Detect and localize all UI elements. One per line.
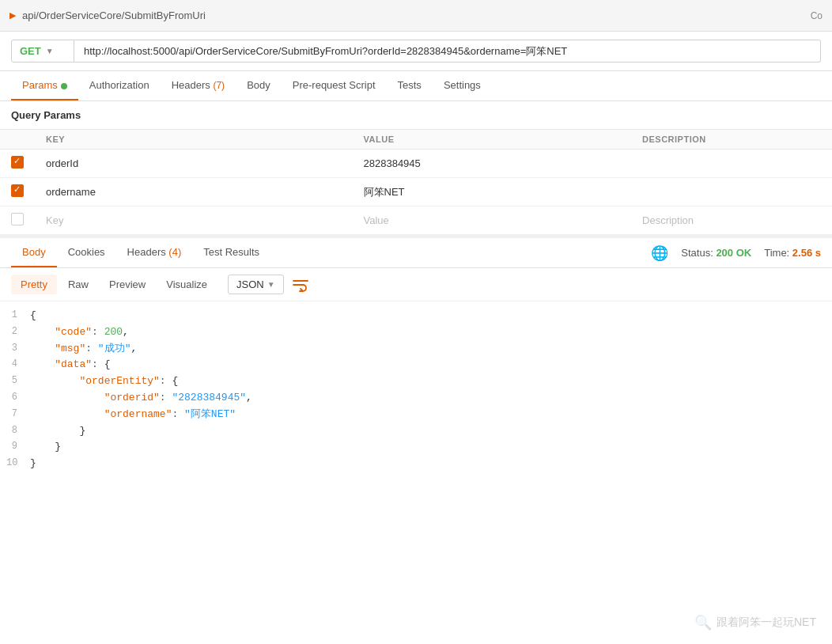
endpoint-label: ▶ api/OrderServiceCore/SubmitByFromUri bbox=[9, 9, 206, 21]
row2-key[interactable]: ordername bbox=[35, 178, 353, 206]
watermark-text: 跟着阿笨一起玩NET bbox=[717, 616, 816, 630]
json-line: 1 { bbox=[0, 308, 832, 324]
row2-checkbox-cell bbox=[0, 178, 35, 206]
query-params-title: Query Params bbox=[0, 101, 832, 129]
row2-value[interactable]: 阿笨NET bbox=[353, 178, 632, 206]
status-label: Status: 200 OK bbox=[681, 247, 751, 259]
json-line: 3 "msg": "成功", bbox=[0, 341, 832, 358]
format-chevron-icon: ▼ bbox=[267, 280, 275, 289]
row2-checkbox[interactable] bbox=[11, 184, 24, 197]
fmt-tab-preview[interactable]: Preview bbox=[100, 275, 155, 294]
table-row: orderId 2828384945 bbox=[0, 150, 832, 178]
format-tabs: Pretty Raw Preview Visualize JSON ▼ bbox=[0, 268, 832, 301]
time-label: Time: 2.56 s bbox=[764, 247, 821, 259]
response-tab-test-results[interactable]: Test Results bbox=[192, 238, 270, 267]
row3-desc-placeholder[interactable]: Description bbox=[631, 206, 832, 235]
row3-checkbox[interactable] bbox=[11, 213, 24, 225]
col-header-value: VALUE bbox=[353, 130, 632, 150]
fmt-tab-visualize[interactable]: Visualize bbox=[157, 275, 217, 294]
tab-pre-request[interactable]: Pre-request Script bbox=[282, 71, 387, 100]
tab-tests[interactable]: Tests bbox=[387, 71, 433, 100]
response-tab-cookies[interactable]: Cookies bbox=[57, 238, 116, 267]
response-tab-body[interactable]: Body bbox=[11, 238, 57, 267]
tab-headers[interactable]: Headers (7) bbox=[161, 71, 236, 100]
row3-key-placeholder[interactable]: Key bbox=[35, 206, 353, 235]
format-select-value: JSON bbox=[236, 278, 264, 290]
row3-value-placeholder[interactable]: Value bbox=[353, 206, 632, 235]
json-line: 2 "code": 200, bbox=[0, 324, 832, 341]
response-tabs-row: Body Cookies Headers (4) Test Results 🌐 … bbox=[0, 238, 832, 268]
collapse-arrow[interactable]: ▶ bbox=[9, 10, 16, 21]
endpoint-path: api/OrderServiceCore/SubmitByFromUri bbox=[22, 9, 206, 21]
col-header-description: DESCRIPTION bbox=[631, 130, 832, 150]
tab-authorization[interactable]: Authorization bbox=[78, 71, 161, 100]
response-status: 🌐 Status: 200 OK Time: 2.56 s bbox=[651, 244, 821, 262]
json-line: 5 "orderEntity": { bbox=[0, 373, 832, 390]
json-line: 4 "data": { bbox=[0, 357, 832, 373]
tab-params[interactable]: Params bbox=[11, 71, 78, 100]
time-value: 2.56 s bbox=[792, 247, 821, 259]
json-viewer: 1 { 2 "code": 200, 3 "msg": "成功", 4 "dat… bbox=[0, 301, 832, 479]
response-area: Body Cookies Headers (4) Test Results 🌐 … bbox=[0, 235, 832, 479]
row1-value[interactable]: 2828384945 bbox=[353, 150, 632, 178]
watermark-icon: 🔍 bbox=[694, 614, 712, 631]
row1-description[interactable] bbox=[631, 150, 832, 178]
json-line: 7 "ordername": "阿笨NET" bbox=[0, 407, 832, 423]
row1-key[interactable]: orderId bbox=[35, 150, 353, 178]
row1-checkbox[interactable] bbox=[11, 156, 24, 169]
tab-settings[interactable]: Settings bbox=[433, 71, 492, 100]
params-badge bbox=[61, 83, 67, 89]
wrap-icon[interactable] bbox=[292, 278, 309, 292]
watermark: 🔍 跟着阿笨一起玩NET bbox=[694, 614, 816, 631]
method-label: GET bbox=[20, 45, 41, 57]
method-select[interactable]: GET ▼ bbox=[11, 40, 74, 63]
status-value: 200 OK bbox=[716, 247, 751, 259]
format-select[interactable]: JSON ▼ bbox=[228, 275, 284, 294]
fmt-tab-pretty[interactable]: Pretty bbox=[11, 275, 57, 294]
params-table: KEY VALUE DESCRIPTION orderId 2828384945 bbox=[0, 129, 832, 235]
table-row: ordername 阿笨NET bbox=[0, 178, 832, 206]
url-bar: GET ▼ bbox=[0, 32, 832, 71]
row2-description[interactable] bbox=[631, 178, 832, 206]
top-right-label: Co bbox=[811, 10, 823, 21]
top-bar: ▶ api/OrderServiceCore/SubmitByFromUri C… bbox=[0, 0, 832, 32]
col-header-key: KEY bbox=[35, 130, 353, 150]
main-wrapper: ▶ api/OrderServiceCore/SubmitByFromUri C… bbox=[0, 0, 832, 644]
top-bar-right: Co bbox=[811, 10, 823, 21]
json-line: 6 "orderid": "2828384945", bbox=[0, 390, 832, 407]
row1-checkbox-cell bbox=[0, 150, 35, 178]
json-line: 9 } bbox=[0, 439, 832, 456]
globe-icon: 🌐 bbox=[651, 244, 668, 262]
table-row: Key Value Description bbox=[0, 206, 832, 235]
col-header-checkbox bbox=[0, 130, 35, 150]
response-tab-headers[interactable]: Headers (4) bbox=[116, 238, 193, 267]
json-line: 8 } bbox=[0, 423, 832, 440]
url-input[interactable] bbox=[74, 40, 821, 63]
row3-checkbox-cell bbox=[0, 206, 35, 235]
json-line: 10 } bbox=[0, 456, 832, 472]
method-chevron-icon: ▼ bbox=[46, 47, 54, 55]
fmt-tab-raw[interactable]: Raw bbox=[59, 275, 98, 294]
tab-body[interactable]: Body bbox=[236, 71, 282, 100]
request-tabs-row: Params Authorization Headers (7) Body Pr… bbox=[0, 71, 832, 101]
